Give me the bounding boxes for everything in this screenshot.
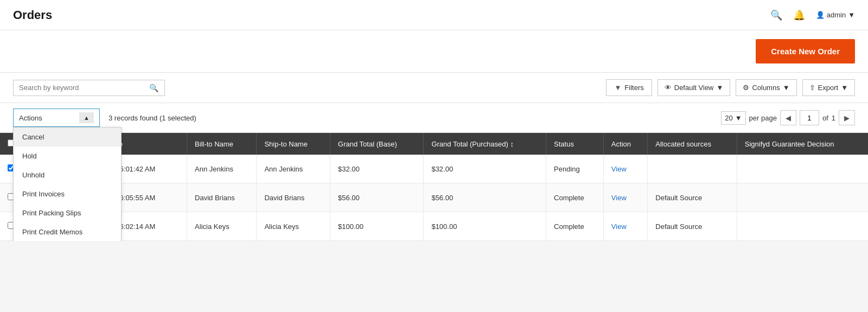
per-page-chevron-icon: ▼: [735, 114, 742, 122]
per-page-select[interactable]: 20 ▼: [721, 111, 745, 125]
actions-select-label: Actions: [19, 114, 42, 122]
default-view-button[interactable]: 👁 Default View ▼: [658, 79, 731, 96]
actions-select-trigger[interactable]: Actions ▲: [13, 109, 100, 127]
export-label: Export: [818, 84, 839, 92]
td-bill-to: David Brians: [187, 183, 257, 212]
sort-icon: ↕: [510, 140, 514, 148]
td-allocated-sources: [648, 155, 737, 183]
gear-icon: ⚙: [743, 84, 749, 92]
td-bill-to: Ann Jenkins: [187, 155, 257, 183]
per-page-value: 20: [725, 114, 732, 122]
table-row: Store le View Mar 26, 2022 6:05:55 AM Da…: [0, 183, 868, 212]
view-link[interactable]: View: [611, 222, 627, 231]
th-ship-to[interactable]: Ship-to Name: [257, 133, 330, 155]
header-actions: 🔍 🔔 👤 admin ▼: [770, 9, 855, 21]
table-row: Store le View Mar 26, 2022 6:02:14 AM Al…: [0, 212, 868, 241]
td-grand-total-purchased: $32.00: [424, 155, 546, 183]
export-button[interactable]: ⇧ Export ▼: [802, 79, 855, 96]
page-title: Orders: [13, 8, 52, 22]
th-signifyd: Signifyd Guarantee Decision: [737, 133, 868, 155]
filter-icon: ▼: [614, 84, 621, 92]
search-icon[interactable]: 🔍: [770, 9, 782, 21]
td-grand-total-base: $32.00: [330, 155, 424, 183]
td-action[interactable]: View: [603, 155, 647, 183]
top-bar: Create New Order: [0, 30, 868, 73]
th-allocated-sources: Allocated sources: [648, 133, 737, 155]
actions-arrow-icon: ▲: [79, 112, 94, 123]
search-input[interactable]: [19, 84, 149, 92]
td-grand-total-purchased: $100.00: [424, 212, 546, 241]
orders-table: ID Purchase Date Bill-to Name Ship-to Na…: [0, 133, 868, 241]
th-grand-total-base[interactable]: Grand Total (Base): [330, 133, 424, 155]
page-total: 1: [832, 114, 835, 122]
view-link[interactable]: View: [611, 194, 627, 202]
td-signifyd: [737, 155, 868, 183]
table-body: Store le View Mar 28, 2022 5:01:42 AM An…: [0, 155, 868, 241]
action-print-credit-memos[interactable]: Print Credit Memos: [14, 222, 121, 241]
th-grand-total-purchased[interactable]: Grand Total (Purchased) ↕: [424, 133, 546, 155]
default-view-chevron-icon: ▼: [717, 84, 724, 92]
filters-button[interactable]: ▼ Filters: [606, 79, 652, 96]
page-of-label: of: [822, 114, 828, 122]
td-signifyd: [737, 183, 868, 212]
export-chevron-icon: ▼: [841, 84, 848, 92]
pagination: 20 ▼ per page ◀ of 1 ▶: [721, 110, 855, 125]
columns-label: Columns: [752, 84, 780, 92]
actions-dropdown-menu: Cancel Hold Unhold Print Invoices Print …: [13, 127, 122, 241]
action-print-packing-slips[interactable]: Print Packing Slips: [14, 203, 121, 222]
page-number-input[interactable]: [800, 110, 819, 125]
filters-label: Filters: [624, 84, 643, 92]
table-row: Store le View Mar 28, 2022 5:01:42 AM An…: [0, 155, 868, 183]
header: Orders 🔍 🔔 👤 admin ▼: [0, 0, 868, 30]
admin-menu[interactable]: 👤 admin ▼: [816, 11, 855, 19]
search-box[interactable]: 🔍: [13, 80, 165, 96]
td-ship-to: David Brians: [257, 183, 330, 212]
td-action[interactable]: View: [603, 212, 647, 241]
td-ship-to: Ann Jenkins: [257, 155, 330, 183]
per-page-label: per page: [749, 114, 777, 122]
admin-chevron-icon: ▼: [848, 11, 855, 19]
view-link[interactable]: View: [611, 165, 627, 173]
td-status: Complete: [546, 212, 604, 241]
th-bill-to[interactable]: Bill-to Name: [187, 133, 257, 155]
th-action: Action: [603, 133, 647, 155]
td-ship-to: Alicia Keys: [257, 212, 330, 241]
orders-table-container: ID Purchase Date Bill-to Name Ship-to Na…: [0, 133, 868, 241]
user-icon: 👤: [816, 11, 825, 19]
create-new-order-button[interactable]: Create New Order: [756, 39, 855, 63]
td-status: Complete: [546, 183, 604, 212]
td-action[interactable]: View: [603, 183, 647, 212]
records-info: 3 records found (1 selected): [108, 114, 196, 122]
toolbar-right: ▼ Filters 👁 Default View ▼ ⚙ Columns ▼ ⇧…: [606, 79, 855, 96]
toolbar-left: 🔍: [13, 80, 165, 96]
actions-bar: Actions ▲ Cancel Hold Unhold Print Invoi…: [0, 103, 868, 133]
td-allocated-sources: Default Source: [648, 212, 737, 241]
prev-page-button[interactable]: ◀: [780, 110, 796, 125]
td-bill-to: Alicia Keys: [187, 212, 257, 241]
search-submit-icon[interactable]: 🔍: [149, 84, 158, 92]
eye-icon: 👁: [665, 84, 672, 92]
admin-label: admin: [827, 11, 846, 19]
td-signifyd: [737, 212, 868, 241]
td-grand-total-base: $56.00: [330, 183, 424, 212]
td-grand-total-base: $100.00: [330, 212, 424, 241]
export-icon: ⇧: [809, 84, 815, 92]
action-hold[interactable]: Hold: [14, 147, 121, 165]
columns-button[interactable]: ⚙ Columns ▼: [736, 79, 796, 96]
td-grand-total-purchased: $56.00: [424, 183, 546, 212]
default-view-label: Default View: [674, 84, 714, 92]
table-header-row: ID Purchase Date Bill-to Name Ship-to Na…: [0, 133, 868, 155]
td-status: Pending: [546, 155, 604, 183]
td-allocated-sources: Default Source: [648, 183, 737, 212]
action-cancel[interactable]: Cancel: [14, 128, 121, 147]
bell-icon[interactable]: 🔔: [793, 9, 805, 21]
actions-dropdown[interactable]: Actions ▲ Cancel Hold Unhold Print Invoi…: [13, 109, 100, 127]
columns-chevron-icon: ▼: [783, 84, 790, 92]
action-unhold[interactable]: Unhold: [14, 165, 121, 184]
next-page-button[interactable]: ▶: [839, 110, 855, 125]
action-print-invoices[interactable]: Print Invoices: [14, 184, 121, 203]
toolbar: 🔍 ▼ Filters 👁 Default View ▼ ⚙ Columns ▼…: [0, 73, 868, 103]
th-status[interactable]: Status: [546, 133, 604, 155]
